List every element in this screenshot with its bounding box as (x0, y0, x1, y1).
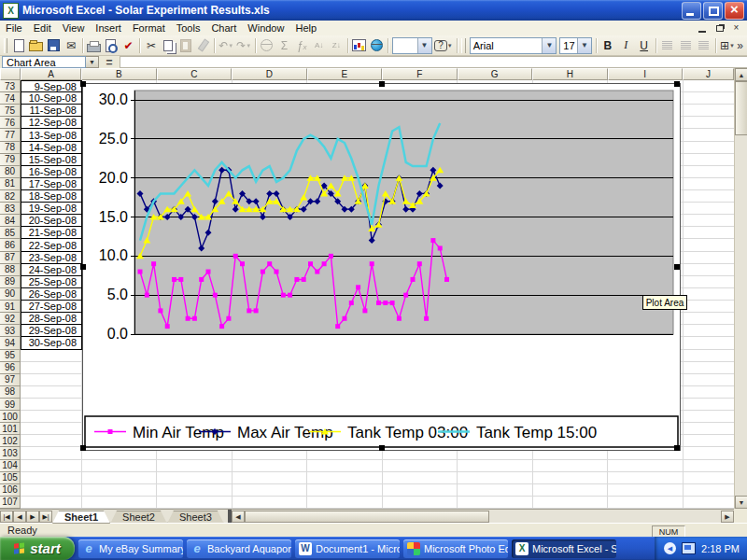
row-header-83[interactable]: 83 (0, 203, 21, 215)
menu-file[interactable]: File (0, 21, 28, 35)
toolbar-grip[interactable] (461, 38, 465, 53)
name-box-dropdown-icon[interactable]: ▼ (86, 56, 99, 68)
bold-button[interactable]: B (599, 36, 616, 55)
mail-icon[interactable]: ✉ (63, 36, 79, 55)
column-header-F[interactable]: F (382, 68, 458, 80)
new-icon[interactable] (10, 36, 27, 55)
sort-ascending-icon[interactable]: A↓ (311, 36, 328, 55)
row-header-74[interactable]: 74 (0, 92, 21, 105)
scroll-down-icon[interactable]: ▼ (735, 496, 747, 509)
workbook-restore-button[interactable] (712, 22, 726, 35)
vertical-scroll-thumb[interactable] (735, 81, 747, 135)
column-header-H[interactable]: H (532, 68, 608, 80)
menu-edit[interactable]: Edit (28, 21, 57, 35)
spelling-icon[interactable]: ✔ (120, 36, 137, 55)
row-header-92[interactable]: 92 (0, 313, 21, 325)
row-header-102[interactable]: 102 (0, 435, 21, 447)
date-cell-A74[interactable]: 10-Sep-08 (21, 92, 82, 105)
close-button[interactable] (725, 2, 744, 20)
toolbar-grip[interactable] (4, 38, 7, 53)
date-cell-A92[interactable]: 28-Sep-08 (21, 313, 82, 325)
scroll-right-icon[interactable]: ▶ (721, 511, 734, 523)
autosum-icon[interactable]: Σ (276, 36, 293, 55)
date-cell-A80[interactable]: 16-Sep-08 (21, 166, 82, 178)
row-header-93[interactable]: 93 (0, 325, 21, 337)
column-header-A[interactable]: A (21, 68, 81, 80)
date-cell-A75[interactable]: 11-Sep-08 (21, 105, 82, 117)
vertical-scrollbar[interactable]: ▲ ▼ (734, 68, 747, 509)
date-cell-A90[interactable]: 26-Sep-08 (21, 288, 82, 301)
row-header-82[interactable]: 82 (0, 190, 21, 203)
date-cell-A83[interactable]: 19-Sep-08 (21, 203, 82, 215)
column-header-I[interactable]: I (608, 68, 684, 80)
help-icon[interactable]: ?▼ (434, 36, 454, 55)
row-header-86[interactable]: 86 (0, 239, 21, 251)
chart-legend[interactable]: Min Air TempMax Air TempTank Temp 03:00T… (85, 416, 678, 447)
menu-help[interactable]: Help (289, 21, 322, 35)
selection-handle[interactable] (674, 81, 680, 87)
formula-input[interactable] (120, 56, 747, 68)
menu-tools[interactable]: Tools (171, 21, 206, 35)
row-header-88[interactable]: 88 (0, 264, 21, 276)
undo-icon[interactable]: ↶▼ (218, 36, 234, 55)
task-button[interactable]: XMicrosoft Excel - Sola... (512, 539, 616, 558)
next-sheet-icon[interactable]: ▶ (26, 511, 39, 523)
date-cell-A94[interactable]: 30-Sep-08 (21, 337, 82, 349)
row-header-98[interactable]: 98 (0, 386, 21, 399)
italic-button[interactable]: I (617, 36, 634, 55)
selection-handle[interactable] (674, 264, 680, 270)
hyperlink-icon[interactable] (259, 36, 275, 55)
row-header-95[interactable]: 95 (0, 350, 21, 362)
column-header-B[interactable]: B (81, 68, 157, 80)
scroll-left-icon[interactable]: ◀ (232, 511, 245, 523)
sort-descending-icon[interactable]: Z↓ (328, 36, 345, 55)
print-preview-icon[interactable] (103, 36, 120, 55)
row-header-76[interactable]: 76 (0, 117, 21, 129)
menu-format[interactable]: Format (127, 21, 171, 35)
selection-handle[interactable] (674, 445, 680, 451)
date-cell-A77[interactable]: 13-Sep-08 (21, 129, 82, 141)
row-header-79[interactable]: 79 (0, 154, 21, 166)
sheet-tab-sheet3[interactable]: Sheet3 (167, 511, 224, 524)
workbook-minimize-button[interactable] (696, 22, 710, 35)
selection-handle[interactable] (80, 264, 86, 270)
chart-area[interactable]: 30.025.020.015.010.05.00.0Min Air TempMa… (82, 83, 681, 451)
align-center-icon[interactable] (677, 36, 694, 55)
row-header-107[interactable]: 107 (0, 497, 21, 509)
print-icon[interactable] (86, 36, 103, 55)
selection-handle[interactable] (379, 445, 385, 451)
row-header-75[interactable]: 75 (0, 105, 21, 117)
row-header-99[interactable]: 99 (0, 399, 21, 411)
open-icon[interactable] (28, 36, 45, 55)
minimize-button[interactable] (682, 2, 701, 20)
borders-icon[interactable]: ⊞▼ (719, 36, 736, 55)
align-left-icon[interactable] (659, 36, 676, 55)
horizontal-scrollbar[interactable]: ◀ ▶ (232, 510, 734, 524)
horizontal-scroll-thumb[interactable] (245, 511, 489, 523)
cut-icon[interactable]: ✂ (143, 36, 160, 55)
date-cell-A79[interactable]: 15-Sep-08 (21, 154, 82, 166)
date-cell-A88[interactable]: 24-Sep-08 (21, 264, 82, 276)
font-name-combo[interactable]: Arial▼ (470, 37, 557, 54)
row-header-84[interactable]: 84 (0, 215, 21, 227)
date-cell-A76[interactable]: 12-Sep-08 (21, 117, 82, 129)
row-header-100[interactable]: 100 (0, 411, 21, 423)
display-tray-icon[interactable] (682, 542, 696, 554)
paste-icon[interactable] (177, 36, 194, 55)
edit-formula-button[interactable]: = (99, 56, 120, 68)
selection-handle[interactable] (379, 81, 385, 87)
date-cell-A85[interactable]: 21-Sep-08 (21, 227, 82, 239)
selection-handle[interactable] (80, 445, 86, 451)
row-header-87[interactable]: 87 (0, 252, 21, 264)
underline-button[interactable]: U (636, 36, 653, 55)
start-button[interactable]: start (0, 537, 75, 560)
row-header-73[interactable]: 73 (0, 80, 21, 92)
last-sheet-icon[interactable]: ▶| (39, 511, 52, 523)
workbook-close-button[interactable]: × (729, 22, 743, 35)
align-right-icon[interactable] (696, 36, 712, 55)
date-cell-A84[interactable]: 20-Sep-08 (21, 215, 82, 227)
row-header-94[interactable]: 94 (0, 337, 21, 349)
task-button[interactable]: eBackyard Aquaponics... (187, 539, 291, 558)
date-cell-A89[interactable]: 25-Sep-08 (21, 276, 82, 288)
task-button[interactable]: WDocument1 - Microsof... (295, 539, 400, 558)
